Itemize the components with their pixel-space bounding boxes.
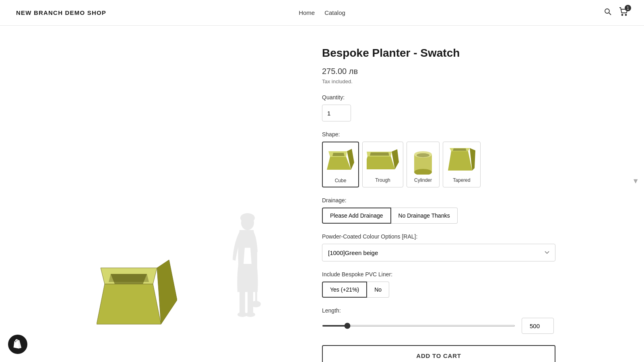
drainage-none-button[interactable]: No Drainage Thanks [391, 208, 458, 224]
liner-yes-button[interactable]: Yes (+21%) [322, 282, 367, 298]
svg-rect-13 [239, 290, 245, 314]
header-icons: 1 [604, 7, 628, 18]
cart-badge: 1 [625, 5, 631, 11]
shape-img-cube [327, 146, 354, 176]
liner-label: Include Bespoke PVC Liner: [322, 271, 588, 278]
svg-point-0 [605, 9, 609, 13]
shape-option-trough[interactable]: Trough [362, 142, 403, 187]
shape-options: Cube Trough [322, 142, 588, 187]
svg-marker-8 [111, 274, 147, 284]
shape-label-cube: Cube [327, 178, 354, 183]
drainage-options: Please Add Drainage No Drainage Thanks [322, 208, 588, 224]
quantity-input[interactable] [322, 105, 351, 121]
svg-marker-17 [327, 157, 351, 170]
figure-silhouette [225, 212, 274, 334]
svg-marker-4 [97, 284, 161, 324]
slider-row [322, 318, 588, 334]
product-image-area [56, 42, 306, 362]
svg-point-28 [417, 153, 429, 157]
shape-img-trough [367, 145, 399, 176]
planter-image [97, 252, 177, 342]
shopify-badge[interactable] [8, 335, 27, 354]
shape-label-cylinder: Cylinder [411, 177, 435, 183]
colour-select[interactable]: [1000]Green beige [1001]Beige [1002]Sand… [322, 244, 555, 261]
nav-catalog[interactable]: Catalog [324, 9, 345, 16]
header: NEW BRANCH DEMO SHOP Home Catalog 1 [0, 0, 644, 26]
svg-marker-29 [448, 151, 472, 171]
cart-icon[interactable]: 1 [619, 7, 628, 18]
length-input[interactable] [522, 318, 554, 334]
svg-marker-20 [332, 153, 345, 156]
shape-option-cylinder[interactable]: Cylinder [407, 142, 440, 187]
svg-marker-6 [157, 260, 177, 324]
scroll-indicator: ▼ [632, 177, 639, 185]
product-price: 275.00 лв [322, 67, 588, 76]
site-logo[interactable]: NEW BRANCH DEMO SHOP [16, 9, 106, 16]
liner-section: Include Bespoke PVC Liner: Yes (+21%) No [322, 271, 588, 298]
liner-no-button[interactable]: No [367, 282, 389, 298]
liner-options: Yes (+21%) No [322, 282, 588, 298]
length-slider[interactable] [322, 325, 515, 327]
shape-option-tapered[interactable]: Tapered [443, 142, 481, 187]
drainage-section: Drainage: Please Add Drainage No Drainag… [322, 197, 588, 224]
shape-option-cube[interactable]: Cube [322, 142, 359, 187]
shape-label-tapered: Tapered [447, 177, 476, 183]
svg-marker-21 [367, 156, 395, 169]
svg-point-2 [622, 14, 623, 16]
add-to-cart-button[interactable]: ADD TO CART [322, 345, 555, 362]
quantity-label: Quantity: [322, 94, 588, 101]
shape-section: Shape: Cube [322, 131, 588, 187]
svg-marker-24 [370, 152, 389, 156]
shape-img-cylinder [411, 145, 435, 176]
shape-label-trough: Trough [367, 177, 399, 183]
colour-section: Powder-Coated Colour Options [RAL]: [100… [322, 233, 588, 261]
svg-point-16 [246, 312, 255, 317]
svg-point-10 [240, 213, 255, 223]
product-title: Bespoke Planter - Swatch [322, 46, 588, 60]
svg-rect-14 [248, 290, 253, 314]
drainage-label: Drainage: [322, 197, 588, 204]
svg-marker-32 [453, 148, 466, 151]
shape-img-tapered [447, 145, 476, 176]
svg-point-3 [625, 14, 627, 16]
svg-line-1 [609, 13, 611, 15]
tax-note: Tax included. [322, 78, 588, 84]
length-section: Length: [322, 307, 588, 334]
product-details: Bespoke Planter - Swatch 275.00 лв Tax i… [306, 42, 588, 362]
main-nav: Home Catalog [299, 9, 345, 16]
colour-label: Powder-Coated Colour Options [RAL]: [322, 233, 588, 240]
length-label: Length: [322, 307, 588, 314]
search-icon[interactable] [604, 8, 612, 18]
nav-home[interactable]: Home [299, 9, 315, 16]
main-content: Bespoke Planter - Swatch 275.00 лв Tax i… [40, 26, 604, 362]
shape-label: Shape: [322, 131, 588, 138]
drainage-add-button[interactable]: Please Add Drainage [322, 208, 391, 224]
